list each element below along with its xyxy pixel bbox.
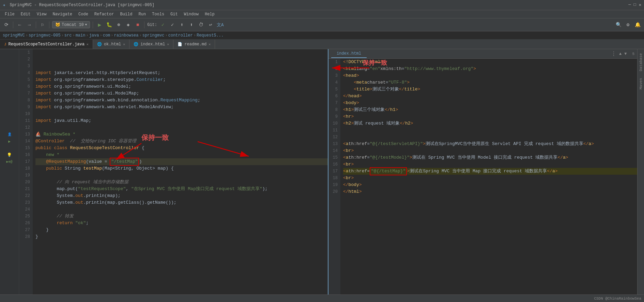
bc-rainbowsea[interactable]: rainbowsea xyxy=(114,33,139,38)
tab-ok-close[interactable]: ✕ xyxy=(123,42,125,46)
html-line-13: <a th:href="@{/testServletAPI}">测试在Sprin… xyxy=(343,141,637,147)
html-line-18: <br> xyxy=(343,175,637,182)
code-line-17: @RequestMapping(value = "/testMap") xyxy=(35,158,328,165)
toolbar-reload[interactable]: ⟳ xyxy=(3,21,10,29)
bc-springmvc2[interactable]: springmvc xyxy=(142,33,165,38)
menu-tools[interactable]: Tools xyxy=(149,11,167,17)
tomcat-run-config[interactable]: 🐱 Tomcat 10 ▼ xyxy=(52,21,90,28)
html-line-7: <body> xyxy=(343,100,637,106)
git-history[interactable]: ⏱ xyxy=(197,21,205,29)
menu-run[interactable]: Run xyxy=(136,11,149,17)
run-button[interactable]: ▶ xyxy=(96,21,103,29)
git-check[interactable]: ✓ xyxy=(159,21,167,29)
gutter-warning-icon: 💡 xyxy=(7,153,12,158)
menu-build[interactable]: Build xyxy=(117,11,135,17)
tab-ok-icon: 🌐 xyxy=(97,42,102,46)
bc-class[interactable]: RequestS... xyxy=(197,33,224,38)
menu-refactor[interactable]: Refactor xyxy=(92,11,117,17)
app-window: ✦ SpringMVC - RequestScopeTestController… xyxy=(0,0,644,302)
right-code-lines: <!DOCTYPE html> <html lang="en" xmlns:th… xyxy=(340,59,637,302)
html-line-11 xyxy=(343,127,637,134)
git-update[interactable]: ⬆ xyxy=(178,21,186,29)
html-line-5: <title>测试三个对象</title> xyxy=(343,86,637,93)
git-rollback[interactable]: ↩ xyxy=(207,21,214,29)
html-line-6: </head> xyxy=(343,93,637,100)
bc-com[interactable]: com xyxy=(103,33,110,38)
tab-index-close[interactable]: ✕ xyxy=(167,42,169,46)
tab-java[interactable]: J RequestScopeTestController.java ✕ xyxy=(0,40,93,49)
settings-btn[interactable]: ⚙ xyxy=(624,21,632,29)
bc-005[interactable]: springmvc-005 xyxy=(29,33,61,38)
sidebar-database[interactable]: Database xyxy=(638,51,644,74)
html-line-2: <html lang="en" xmlns:th="http://www.thy… xyxy=(343,66,637,72)
tab-readme-close[interactable]: ✕ xyxy=(209,42,211,46)
tomcat-icon: 🐱 xyxy=(55,22,60,27)
close-btn[interactable]: ✕ xyxy=(639,2,641,8)
toolbar-forward[interactable]: → xyxy=(26,21,33,29)
right-panel: index.html ⋮ ▲ ▼ 5 1234 5678 9101112 131… xyxy=(328,49,637,302)
stop-button[interactable]: ■ xyxy=(134,21,141,29)
breadcrumb: springMVC › springmvc-005 › src › main ›… xyxy=(0,31,644,40)
scroll-down-btn[interactable]: ▼ xyxy=(624,52,627,56)
git-push[interactable]: ⬆ xyxy=(188,21,195,29)
bc-java[interactable]: java xyxy=(89,33,99,38)
menu-navigate[interactable]: Navigate xyxy=(50,11,75,17)
run-with-coverage[interactable]: ⊕ xyxy=(115,21,122,29)
notifications-btn[interactable]: 🔔 xyxy=(634,21,641,29)
git-x[interactable]: ✓ xyxy=(169,21,176,29)
menu-file[interactable]: File xyxy=(2,11,17,17)
debug-button[interactable]: 🐛 xyxy=(105,21,113,29)
editor-tabs: J RequestScopeTestController.java ✕ 🌐 ok… xyxy=(0,40,644,49)
minimize-btn[interactable]: ─ xyxy=(628,2,631,8)
toolbar-back[interactable]: ← xyxy=(16,21,24,29)
bc-controller[interactable]: controller xyxy=(168,33,193,38)
sep4 xyxy=(93,21,93,28)
code-line-10 xyxy=(35,111,328,117)
right-panel-options[interactable]: ⋮ xyxy=(611,51,616,57)
tab-java-icon: J xyxy=(4,42,6,46)
tab-index[interactable]: 🌐 index.html ✕ xyxy=(129,40,173,49)
tab-ok-label: ok.html xyxy=(104,42,121,47)
profile-button[interactable]: ◈ xyxy=(124,21,132,29)
menu-view[interactable]: View xyxy=(34,11,49,17)
code-panel: 1234 5678 9101112 13141516 17181920 2122… xyxy=(19,49,328,302)
right-sidebar: Database Maven xyxy=(637,49,644,302)
bc-springmvc[interactable]: springMVC xyxy=(3,33,25,38)
html-line-4: <meta charset="UTF-8"> xyxy=(343,79,637,86)
menu-git[interactable]: Git xyxy=(168,11,181,17)
main-layout: 👤 ▶ 💡 ▶⊕@ 1234 5678 9101112 13141516 171… xyxy=(0,49,644,302)
right-line-numbers: 1234 5678 9101112 13141516 17181920 xyxy=(328,59,340,302)
sep2 xyxy=(36,21,36,28)
menu-help[interactable]: Help xyxy=(202,11,217,17)
menu-code[interactable]: Code xyxy=(76,11,91,17)
search-everywhere[interactable]: 🔍 xyxy=(615,21,622,29)
right-tab-index[interactable]: index.html xyxy=(331,50,367,58)
sidebar-maven[interactable]: Maven xyxy=(638,75,644,92)
code-line-18: public String testMap(Map<String, Object… xyxy=(35,165,328,172)
titlebar-left: ✦ SpringMVC - RequestScopeTestController… xyxy=(3,2,154,8)
maximize-btn[interactable]: □ xyxy=(634,2,636,8)
code-line-24 xyxy=(35,206,328,213)
bc-main[interactable]: main xyxy=(76,33,86,38)
tab-index-label: index.html xyxy=(140,42,165,47)
statusbar: CSDN @ChinaRainbowSea xyxy=(0,294,644,302)
tab-ok[interactable]: 🌐 ok.html ✕ xyxy=(93,40,129,49)
toolbar-bookmark[interactable]: ⚐ xyxy=(39,21,46,29)
tab-readme[interactable]: 📄 readme.md ✕ xyxy=(173,40,215,49)
title-text: SpringMVC - RequestScopeTestController.j… xyxy=(10,3,154,8)
git-status: Git: xyxy=(147,23,157,27)
scroll-up-btn[interactable]: ▲ xyxy=(619,52,622,56)
gutter-run2-icon: ▶⊕@ xyxy=(6,160,12,164)
code-line-4: import jakarta.servlet.http.HttpServletR… xyxy=(35,70,328,76)
line-numbers: 1234 5678 9101112 13141516 17181920 2122… xyxy=(19,49,33,302)
right-panel-content: 1234 5678 9101112 13141516 17181920 <!DO… xyxy=(328,59,637,302)
titlebar-controls: ─ □ ✕ xyxy=(628,2,641,8)
code-line-26: return "ok"; xyxy=(35,220,328,227)
menu-window[interactable]: Window xyxy=(181,11,201,17)
menu-edit[interactable]: Edit xyxy=(18,11,33,17)
translate-btn[interactable]: 文A xyxy=(216,21,224,29)
tab-java-close[interactable]: ✕ xyxy=(87,42,89,46)
tab-java-label: RequestScopeTestController.java xyxy=(9,42,85,47)
bc-src[interactable]: src xyxy=(64,33,72,38)
code-line-9: import org.springframework.web.servlet.M… xyxy=(35,104,328,111)
